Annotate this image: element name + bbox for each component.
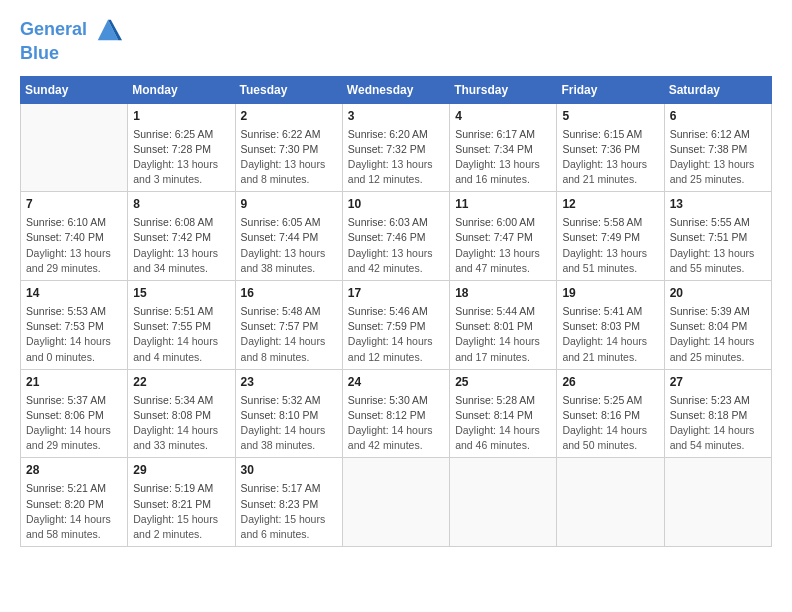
day-number: 28 [26,462,122,479]
sunset-label: Sunset: 7:34 PM [455,143,533,155]
calendar-cell [342,458,449,547]
sunset-label: Sunset: 7:53 PM [26,320,104,332]
weekday-header-sunday: Sunday [21,76,128,103]
calendar-cell [21,103,128,192]
day-number: 25 [455,374,551,391]
calendar-cell: 22Sunrise: 5:34 AMSunset: 8:08 PMDayligh… [128,369,235,458]
daylight-label: Daylight: 15 hours and 2 minutes. [133,513,218,540]
sunrise-label: Sunrise: 5:28 AM [455,394,535,406]
day-number: 15 [133,285,229,302]
daylight-label: Daylight: 14 hours and 58 minutes. [26,513,111,540]
sunset-label: Sunset: 7:42 PM [133,231,211,243]
calendar-cell: 24Sunrise: 5:30 AMSunset: 8:12 PMDayligh… [342,369,449,458]
weekday-header-row: SundayMondayTuesdayWednesdayThursdayFrid… [21,76,772,103]
sunrise-label: Sunrise: 6:20 AM [348,128,428,140]
sunset-label: Sunset: 8:23 PM [241,498,319,510]
sunrise-label: Sunrise: 5:58 AM [562,216,642,228]
calendar-cell: 4Sunrise: 6:17 AMSunset: 7:34 PMDaylight… [450,103,557,192]
sunrise-label: Sunrise: 5:44 AM [455,305,535,317]
weekday-header-wednesday: Wednesday [342,76,449,103]
daylight-label: Daylight: 13 hours and 25 minutes. [670,158,755,185]
daylight-label: Daylight: 13 hours and 47 minutes. [455,247,540,274]
week-row-1: 1Sunrise: 6:25 AMSunset: 7:28 PMDaylight… [21,103,772,192]
calendar-cell: 13Sunrise: 5:55 AMSunset: 7:51 PMDayligh… [664,192,771,281]
sunset-label: Sunset: 7:57 PM [241,320,319,332]
weekday-header-tuesday: Tuesday [235,76,342,103]
calendar-cell: 2Sunrise: 6:22 AMSunset: 7:30 PMDaylight… [235,103,342,192]
sunrise-label: Sunrise: 5:48 AM [241,305,321,317]
day-info: Sunrise: 5:39 AMSunset: 8:04 PMDaylight:… [670,304,766,365]
calendar-cell: 28Sunrise: 5:21 AMSunset: 8:20 PMDayligh… [21,458,128,547]
day-info: Sunrise: 5:58 AMSunset: 7:49 PMDaylight:… [562,215,658,276]
day-info: Sunrise: 5:37 AMSunset: 8:06 PMDaylight:… [26,393,122,454]
day-info: Sunrise: 5:21 AMSunset: 8:20 PMDaylight:… [26,481,122,542]
day-number: 8 [133,196,229,213]
sunset-label: Sunset: 7:40 PM [26,231,104,243]
sunrise-label: Sunrise: 5:19 AM [133,482,213,494]
sunset-label: Sunset: 8:06 PM [26,409,104,421]
day-info: Sunrise: 6:15 AMSunset: 7:36 PMDaylight:… [562,127,658,188]
day-number: 14 [26,285,122,302]
daylight-label: Daylight: 14 hours and 8 minutes. [241,335,326,362]
calendar-cell: 5Sunrise: 6:15 AMSunset: 7:36 PMDaylight… [557,103,664,192]
calendar-cell [450,458,557,547]
day-info: Sunrise: 5:30 AMSunset: 8:12 PMDaylight:… [348,393,444,454]
daylight-label: Daylight: 14 hours and 29 minutes. [26,424,111,451]
calendar-cell: 23Sunrise: 5:32 AMSunset: 8:10 PMDayligh… [235,369,342,458]
day-info: Sunrise: 5:28 AMSunset: 8:14 PMDaylight:… [455,393,551,454]
sunset-label: Sunset: 8:21 PM [133,498,211,510]
daylight-label: Daylight: 13 hours and 29 minutes. [26,247,111,274]
sunset-label: Sunset: 7:36 PM [562,143,640,155]
calendar-cell: 10Sunrise: 6:03 AMSunset: 7:46 PMDayligh… [342,192,449,281]
daylight-label: Daylight: 14 hours and 46 minutes. [455,424,540,451]
day-number: 5 [562,108,658,125]
sunrise-label: Sunrise: 6:00 AM [455,216,535,228]
day-number: 17 [348,285,444,302]
week-row-2: 7Sunrise: 6:10 AMSunset: 7:40 PMDaylight… [21,192,772,281]
page-header: General Blue [20,16,772,64]
calendar-table: SundayMondayTuesdayWednesdayThursdayFrid… [20,76,772,547]
day-number: 20 [670,285,766,302]
daylight-label: Daylight: 14 hours and 17 minutes. [455,335,540,362]
daylight-label: Daylight: 13 hours and 34 minutes. [133,247,218,274]
daylight-label: Daylight: 14 hours and 54 minutes. [670,424,755,451]
daylight-label: Daylight: 13 hours and 21 minutes. [562,158,647,185]
day-number: 2 [241,108,337,125]
day-number: 19 [562,285,658,302]
calendar-cell: 12Sunrise: 5:58 AMSunset: 7:49 PMDayligh… [557,192,664,281]
sunset-label: Sunset: 7:49 PM [562,231,640,243]
daylight-label: Daylight: 15 hours and 6 minutes. [241,513,326,540]
day-info: Sunrise: 6:22 AMSunset: 7:30 PMDaylight:… [241,127,337,188]
day-info: Sunrise: 6:10 AMSunset: 7:40 PMDaylight:… [26,215,122,276]
day-number: 27 [670,374,766,391]
week-row-3: 14Sunrise: 5:53 AMSunset: 7:53 PMDayligh… [21,281,772,370]
calendar-cell: 29Sunrise: 5:19 AMSunset: 8:21 PMDayligh… [128,458,235,547]
sunset-label: Sunset: 8:01 PM [455,320,533,332]
sunrise-label: Sunrise: 5:53 AM [26,305,106,317]
calendar-cell [557,458,664,547]
day-number: 13 [670,196,766,213]
sunrise-label: Sunrise: 6:08 AM [133,216,213,228]
calendar-cell: 25Sunrise: 5:28 AMSunset: 8:14 PMDayligh… [450,369,557,458]
daylight-label: Daylight: 13 hours and 51 minutes. [562,247,647,274]
calendar-cell: 3Sunrise: 6:20 AMSunset: 7:32 PMDaylight… [342,103,449,192]
sunrise-label: Sunrise: 5:55 AM [670,216,750,228]
day-number: 7 [26,196,122,213]
daylight-label: Daylight: 13 hours and 12 minutes. [348,158,433,185]
sunset-label: Sunset: 8:14 PM [455,409,533,421]
sunset-label: Sunset: 7:47 PM [455,231,533,243]
sunrise-label: Sunrise: 5:39 AM [670,305,750,317]
calendar-cell: 1Sunrise: 6:25 AMSunset: 7:28 PMDaylight… [128,103,235,192]
sunrise-label: Sunrise: 5:41 AM [562,305,642,317]
day-info: Sunrise: 6:03 AMSunset: 7:46 PMDaylight:… [348,215,444,276]
sunset-label: Sunset: 7:30 PM [241,143,319,155]
calendar-cell: 11Sunrise: 6:00 AMSunset: 7:47 PMDayligh… [450,192,557,281]
day-number: 24 [348,374,444,391]
sunrise-label: Sunrise: 5:21 AM [26,482,106,494]
day-number: 16 [241,285,337,302]
sunset-label: Sunset: 7:28 PM [133,143,211,155]
sunrise-label: Sunrise: 6:05 AM [241,216,321,228]
calendar-cell: 21Sunrise: 5:37 AMSunset: 8:06 PMDayligh… [21,369,128,458]
sunset-label: Sunset: 7:51 PM [670,231,748,243]
sunrise-label: Sunrise: 5:37 AM [26,394,106,406]
